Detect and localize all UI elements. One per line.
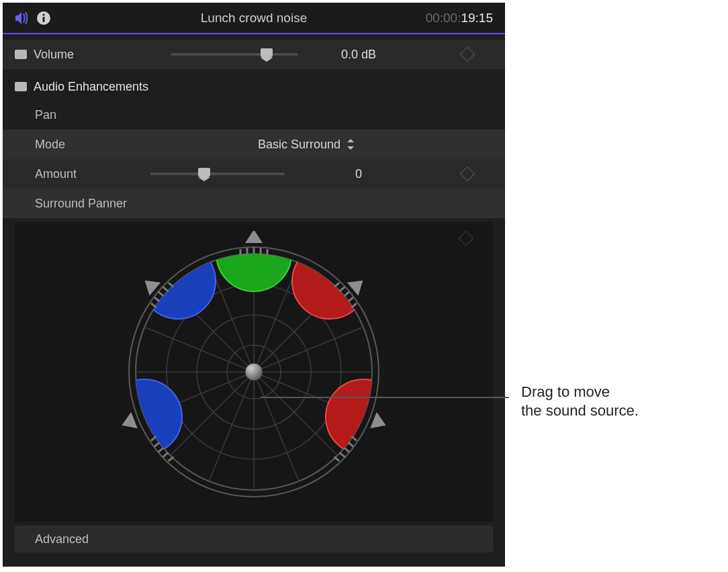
advanced-row[interactable]: Advanced (15, 526, 493, 553)
svg-line-30 (158, 291, 164, 295)
channel-rear-left (113, 379, 182, 455)
audio-inspector-panel: Lunch crowd noise 00:00:19:15 Volume 0.0… (3, 3, 505, 567)
svg-line-41 (163, 452, 169, 457)
svg-line-38 (334, 283, 340, 287)
svg-line-42 (154, 442, 160, 446)
svg-marker-54 (370, 412, 389, 434)
surround-panner-row: Surround Panner (3, 189, 505, 218)
volume-value[interactable]: 0.0 dB (318, 48, 399, 62)
timecode-dim: 00:00: (426, 11, 461, 25)
surround-panner-wheel[interactable] (113, 231, 395, 513)
audio-enhancements-section[interactable]: Audio Enhancements (3, 73, 505, 100)
audio-enhancements-label: Audio Enhancements (34, 80, 148, 94)
svg-line-35 (345, 291, 350, 295)
svg-line-49 (334, 457, 340, 461)
svg-line-15 (254, 372, 337, 455)
speaker-center-icon (245, 231, 263, 243)
svg-line-32 (163, 287, 169, 291)
info-icon[interactable] (36, 11, 51, 26)
speaker-rear-left-icon (119, 412, 138, 434)
svg-rect-2 (43, 17, 45, 22)
mode-row: Mode Basic Surround (3, 130, 505, 159)
amount-slider-thumb[interactable] (198, 168, 210, 177)
svg-marker-53 (119, 412, 138, 434)
advanced-label: Advanced (35, 532, 89, 546)
svg-line-37 (348, 297, 353, 301)
disclosure-icon[interactable] (15, 50, 27, 59)
keyframe-button[interactable] (460, 166, 475, 182)
callout-leader-line (261, 397, 509, 398)
speaker-icon[interactable] (15, 11, 30, 25)
channel-rear-right (326, 379, 395, 455)
svg-line-18 (209, 372, 254, 481)
speaker-rear-right-icon (370, 412, 389, 434)
callout-line1: Drag to move (521, 383, 716, 401)
surround-panner-label: Surround Panner (15, 197, 176, 211)
svg-line-43 (169, 457, 174, 461)
volume-row: Volume 0.0 dB (3, 40, 505, 69)
callout-line2: the sound source. (521, 401, 716, 420)
keyframe-button[interactable] (459, 231, 474, 246)
inspector-header: Lunch crowd noise 00:00:19:15 (3, 3, 505, 34)
svg-line-46 (348, 442, 353, 446)
volume-label: Volume (34, 48, 175, 62)
surround-panner-area (15, 222, 493, 522)
mode-select[interactable]: Basic Surround (258, 138, 354, 152)
svg-line-36 (340, 287, 345, 291)
svg-line-40 (158, 448, 164, 452)
callout-text: Drag to move the sound source. (521, 383, 716, 420)
pan-puck[interactable] (245, 363, 263, 381)
timecode: 00:00:19:15 (426, 11, 493, 26)
svg-line-22 (144, 327, 254, 372)
svg-point-1 (42, 13, 44, 15)
disclosure-icon[interactable] (15, 82, 27, 91)
amount-row: Amount 0 (3, 159, 505, 189)
svg-line-45 (345, 448, 350, 452)
svg-line-31 (154, 297, 160, 301)
amount-value[interactable]: 0 (318, 167, 399, 181)
svg-line-12 (254, 327, 363, 372)
volume-slider-thumb[interactable] (261, 48, 273, 58)
mode-label: Mode (15, 138, 176, 152)
volume-slider[interactable] (171, 48, 298, 61)
pan-label: Pan (15, 108, 176, 122)
svg-line-47 (340, 452, 345, 457)
mode-value: Basic Surround (258, 138, 340, 152)
svg-marker-50 (245, 231, 263, 243)
keyframe-button[interactable] (460, 47, 475, 62)
svg-line-34 (169, 283, 174, 287)
svg-line-19 (171, 372, 254, 455)
amount-slider[interactable] (150, 167, 285, 181)
pan-row: Pan (3, 100, 505, 130)
updown-arrows-icon (347, 139, 354, 150)
svg-line-16 (254, 372, 299, 481)
timecode-bright: 19:15 (461, 11, 493, 25)
